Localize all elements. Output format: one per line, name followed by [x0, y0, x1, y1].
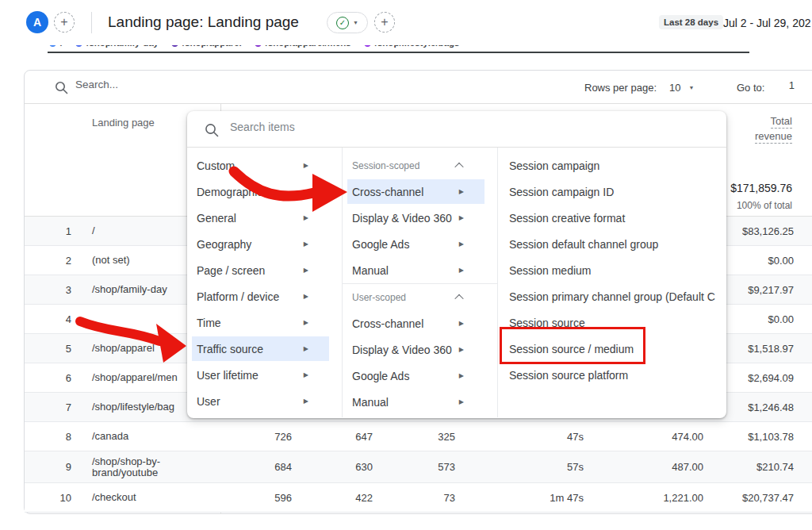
- search-icon: [205, 123, 219, 137]
- row-number: 10: [25, 492, 84, 504]
- menu-item-session-scoped-manual[interactable]: Manual▶: [343, 257, 497, 283]
- report-status-pill[interactable]: ✓ ▼: [327, 12, 368, 33]
- menu-item-session-creative-format[interactable]: Session creative format: [498, 205, 726, 231]
- row-number: 9: [25, 461, 84, 473]
- submenu-arrow-icon: ▶: [459, 346, 464, 353]
- menu-scope-label: Session-scoped: [352, 160, 419, 171]
- go-to-page-label: Go to:: [737, 82, 764, 94]
- add-metric-button[interactable]: +: [374, 12, 395, 33]
- menu-item-geography[interactable]: Geography▶: [187, 231, 342, 257]
- menu-item-general[interactable]: General▶: [187, 205, 342, 231]
- menu-item-session-primary-channel-group-default-c[interactable]: Session primary channel group (Default C: [498, 283, 726, 309]
- menu-item-label: Cross-channel: [352, 317, 423, 330]
- landing-page-column-header[interactable]: Landing page: [92, 117, 155, 129]
- table-toolbar: Rows per page: 10 ▼ Go to:: [25, 71, 812, 104]
- menu-item-session-source[interactable]: Session source: [498, 309, 726, 336]
- menu-item-label: Google Ads: [352, 370, 409, 382]
- menu-item-platform-device[interactable]: Platform / device▶: [187, 283, 342, 309]
- menu-item-label: Google Ads: [352, 238, 409, 251]
- totals-row: $171,859.76 100% of total: [730, 182, 792, 211]
- table-search-input[interactable]: [75, 79, 313, 90]
- menu-item-session-campaign-id[interactable]: Session campaign ID: [498, 179, 726, 205]
- metric-cell-1: 596: [220, 492, 292, 504]
- total-revenue-header-line1: Total: [771, 115, 792, 129]
- menu-item-session-scoped-display-video-360[interactable]: Display & Video 360▶: [343, 205, 497, 231]
- menu-item-label: Geography: [197, 238, 251, 251]
- total-revenue-cell: $1,103.78: [703, 431, 794, 443]
- chevron-up-icon: [454, 294, 463, 302]
- chevron-down-icon: ▼: [688, 85, 694, 90]
- menu-item-custom[interactable]: Custom▶: [187, 152, 342, 179]
- rows-per-page-value: 10: [669, 82, 680, 94]
- menu-item-user-scoped-google-ads[interactable]: Google Ads▶: [343, 363, 497, 389]
- submenu-arrow-icon: ▶: [304, 162, 308, 169]
- metric-cell-5: 487.00: [584, 461, 703, 473]
- table-row[interactable]: 8/canada72664732547s474.00$1,103.78: [25, 422, 812, 451]
- rows-per-page-label: Rows per page:: [584, 82, 657, 94]
- menu-item-session-source-medium[interactable]: Session source / medium: [498, 336, 726, 362]
- submenu-arrow-icon: ▶: [459, 267, 464, 274]
- menu-item-label: Traffic source: [197, 343, 263, 355]
- page-title: Landing page: Landing page: [108, 13, 299, 31]
- menu-category-column: Custom▶Demographics▶General▶Geography▶Pa…: [187, 148, 343, 417]
- menu-item-session-scoped-google-ads[interactable]: Google Ads▶: [343, 231, 497, 257]
- rows-per-page-select[interactable]: 10 ▼: [669, 82, 694, 94]
- menu-item-user[interactable]: User▶: [187, 388, 342, 414]
- metric-cell-4: 57s: [455, 461, 584, 473]
- metric-cell-3: 573: [373, 461, 455, 473]
- submenu-arrow-icon: ▶: [304, 214, 308, 221]
- total-revenue-cell: $210.74: [703, 461, 794, 473]
- metric-cell-2: 647: [292, 431, 373, 443]
- menu-item-demographics[interactable]: Demographics▶: [187, 179, 342, 205]
- menu-item-user-lifetime[interactable]: User lifetime▶: [187, 362, 342, 388]
- menu-item-label: Display & Video 360: [352, 212, 452, 225]
- total-revenue-column-header[interactable]: Total revenue: [755, 113, 792, 144]
- go-to-page-input[interactable]: [774, 79, 795, 91]
- menu-item-time[interactable]: Time▶: [187, 309, 342, 336]
- metric-cell-4: 47s: [455, 431, 584, 443]
- submenu-arrow-icon: ▶: [459, 398, 464, 405]
- menu-item-label: Time: [197, 317, 221, 329]
- menu-item-session-scoped-cross-channel[interactable]: Cross-channel▶: [343, 179, 497, 205]
- menu-item-user-scoped-cross-channel[interactable]: Cross-channel▶: [343, 310, 497, 336]
- submenu-arrow-icon: ▶: [304, 371, 308, 378]
- menu-scope-header-user-scoped[interactable]: User-scoped: [343, 284, 497, 310]
- menu-scope-header-session-scoped[interactable]: Session-scoped: [343, 152, 497, 179]
- add-comparison-button[interactable]: +: [54, 12, 75, 33]
- menu-item-traffic-source[interactable]: Traffic source▶: [187, 336, 342, 362]
- menu-item-user-scoped-display-video-360[interactable]: Display & Video 360▶: [343, 336, 497, 363]
- table-row[interactable]: 9/shop/shop-by-brand/youtube68463057357s…: [25, 451, 812, 483]
- menu-item-session-source-platform[interactable]: Session source platform: [498, 362, 726, 388]
- date-range-value[interactable]: Jul 2 - Jul 29, 202: [723, 17, 811, 29]
- menu-search-input[interactable]: [230, 121, 547, 133]
- metric-cell-5: 474.00: [584, 431, 703, 443]
- row-number: 3: [25, 284, 84, 296]
- menu-item-user-scoped-manual[interactable]: Manual▶: [343, 389, 497, 415]
- chevron-up-icon: [454, 162, 463, 171]
- submenu-arrow-icon: ▶: [304, 319, 308, 326]
- table-row[interactable]: 10/checkout596422731m 47s1,221.00$20,737…: [25, 483, 812, 513]
- date-range-preset-badge[interactable]: Last 28 days: [659, 15, 723, 29]
- submenu-arrow-icon: ▶: [459, 372, 464, 379]
- submenu-arrow-icon: ▶: [459, 214, 464, 221]
- metric-cell-2: 422: [292, 492, 373, 504]
- submenu-arrow-icon: ▶: [304, 267, 308, 274]
- avatar[interactable]: A: [26, 11, 48, 33]
- row-number: 2: [25, 255, 84, 267]
- menu-item-page-screen[interactable]: Page / screen▶: [187, 257, 342, 283]
- submenu-arrow-icon: ▶: [459, 188, 464, 195]
- menu-item-label: Manual: [352, 264, 389, 277]
- submenu-arrow-icon: ▶: [304, 398, 308, 405]
- metric-cell-2: 630: [292, 461, 373, 473]
- row-number: 4: [25, 313, 84, 325]
- menu-dimension-column: Session campaignSession campaign IDSessi…: [498, 148, 726, 417]
- menu-item-label: Display & Video 360: [352, 344, 452, 356]
- landing-page-cell: /shop/shop-by-brand/youtube: [84, 456, 220, 478]
- menu-item-session-default-channel-group[interactable]: Session default channel group: [498, 231, 726, 257]
- menu-item-session-medium[interactable]: Session medium: [498, 257, 726, 283]
- row-number: 1: [25, 225, 84, 237]
- total-revenue-cell: $20,737.47: [703, 492, 794, 504]
- menu-item-session-campaign[interactable]: Session campaign: [498, 152, 726, 179]
- menu-item-label: Demographics: [197, 186, 268, 198]
- top-header-bar: A + Landing page: Landing page ✓ ▼ + Las…: [0, 0, 812, 45]
